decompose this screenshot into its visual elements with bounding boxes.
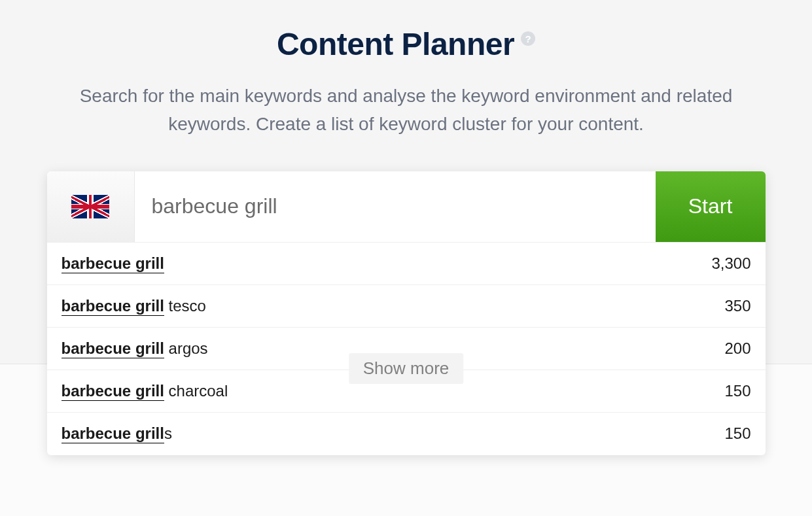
suggestion-count: 3,300 xyxy=(711,254,750,273)
suggestion-suffix: tesco xyxy=(164,297,206,315)
suggestion-row[interactable]: barbecue grill 3,300 xyxy=(47,243,766,285)
keyword-search-input[interactable] xyxy=(135,171,656,242)
suggestion-row[interactable]: barbecue grill tesco 350 xyxy=(47,285,766,328)
suggestion-list: barbecue grill 3,300 barbecue grill tesc… xyxy=(47,242,766,455)
search-bar: Start xyxy=(47,171,766,242)
suggestion-suffix: charcoal xyxy=(164,382,228,400)
suggestion-count: 350 xyxy=(724,297,750,315)
suggestion-match: barbecue grill xyxy=(62,339,164,358)
suggestion-match: barbecue grill xyxy=(62,382,164,401)
start-button[interactable]: Start xyxy=(656,171,766,242)
suggestion-text: barbecue grill charcoal xyxy=(62,382,228,400)
content-planner-page: Content Planner ? Search for the main ke… xyxy=(0,0,812,455)
suggestion-suffix: s xyxy=(164,424,172,442)
help-icon[interactable]: ? xyxy=(521,31,535,46)
suggestion-match: barbecue grill xyxy=(62,254,164,273)
suggestion-text: barbecue grills xyxy=(62,424,172,443)
suggestion-match: barbecue grill xyxy=(62,297,164,316)
suggestion-count: 200 xyxy=(724,339,750,358)
suggestion-text: barbecue grill argos xyxy=(62,339,208,358)
show-more-button[interactable]: Show more xyxy=(349,353,464,384)
suggestion-text: barbecue grill tesco xyxy=(62,297,206,315)
suggestion-row[interactable]: barbecue grills 150 xyxy=(47,413,766,455)
country-selector[interactable] xyxy=(47,171,135,242)
uk-flag-icon xyxy=(71,195,109,218)
suggestion-suffix: argos xyxy=(164,339,208,357)
page-title: Content Planner xyxy=(277,26,514,62)
suggestion-text: barbecue grill xyxy=(62,254,164,273)
suggestion-count: 150 xyxy=(724,382,750,400)
title-row: Content Planner ? xyxy=(277,26,535,62)
page-subtitle: Search for the main keywords and analyse… xyxy=(66,82,747,139)
suggestion-match: barbecue grill xyxy=(62,424,164,443)
search-card: Start barbecue grill 3,300 barbecue gril… xyxy=(47,171,766,455)
suggestion-count: 150 xyxy=(724,424,750,443)
